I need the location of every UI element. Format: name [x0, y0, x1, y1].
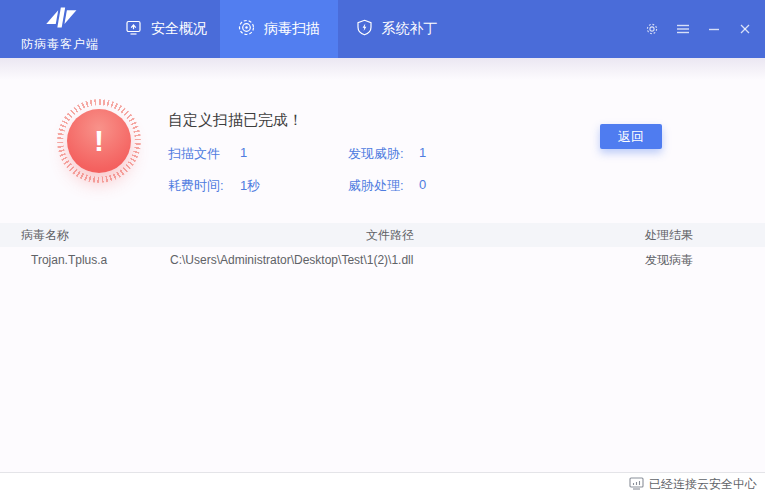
tab-label: 系统补丁: [382, 20, 438, 38]
column-header-result: 处理结果: [610, 227, 765, 244]
stat-label-threats-found: 发现威胁:: [348, 145, 419, 163]
nav-tabs: 安全概况 病毒扫描 系: [112, 0, 455, 58]
scan-results-table: 病毒名称 文件路径 处理结果 Trojan.Tplus.a C:\Users\A…: [0, 223, 765, 273]
gear-icon[interactable]: [644, 21, 660, 37]
table-row[interactable]: Trojan.Tplus.a C:\Users\Administrator\De…: [0, 247, 765, 273]
app-logo-icon: [42, 17, 78, 34]
stat-value-threats-found: 1: [419, 145, 426, 163]
back-button[interactable]: 返回: [600, 124, 662, 149]
tab-system-patch[interactable]: 系统补丁: [338, 0, 455, 58]
app-title: 防病毒客户端: [10, 36, 110, 53]
tab-label: 病毒扫描: [264, 20, 320, 38]
tab-security-overview[interactable]: 安全概况: [112, 0, 220, 58]
stat-label-scanned-files: 扫描文件: [168, 145, 240, 163]
scan-alert-icon: !: [57, 99, 141, 183]
tab-label: 安全概况: [151, 20, 207, 38]
cell-result: 发现病毒: [610, 252, 765, 269]
stat-label-threats-handled: 威胁处理:: [348, 177, 419, 195]
stat-value-time-spent: 1秒: [240, 177, 348, 195]
table-header-row: 病毒名称 文件路径 处理结果: [0, 223, 765, 247]
header-shadow-gradient: [0, 58, 765, 80]
cloud-connection-status: 已经连接云安全中心: [649, 476, 757, 493]
cell-file-path: C:\Users\Administrator\Desktop\Test\1(2)…: [170, 253, 610, 267]
monitor-icon: [125, 19, 142, 39]
antivirus-client-window: 防病毒客户端 安全概况: [0, 0, 765, 496]
scan-stats: 扫描文件 1 发现威胁: 1 耗费时间: 1秒 威胁处理: 0: [168, 145, 426, 195]
cell-virus-name: Trojan.Tplus.a: [0, 253, 170, 267]
scan-target-icon: [238, 19, 255, 39]
scan-result-title: 自定义扫描已完成！: [168, 111, 303, 130]
tab-virus-scan[interactable]: 病毒扫描: [220, 0, 338, 58]
close-icon[interactable]: [737, 21, 753, 37]
title-bar: 防病毒客户端 安全概况: [0, 0, 765, 58]
shield-bolt-icon: [356, 19, 373, 39]
stat-value-scanned-files: 1: [240, 145, 348, 163]
column-header-virus-name: 病毒名称: [0, 227, 170, 244]
connection-monitor-icon: [629, 477, 644, 493]
stat-label-time-spent: 耗费时间:: [168, 177, 240, 195]
app-brand: 防病毒客户端: [10, 5, 110, 53]
column-header-file-path: 文件路径: [170, 227, 610, 244]
window-controls: [644, 0, 753, 58]
stat-value-threats-handled: 0: [419, 177, 426, 195]
alert-exclamation-icon: !: [67, 109, 131, 173]
hamburger-menu-icon[interactable]: [675, 21, 691, 37]
status-bar: 已经连接云安全中心: [0, 472, 765, 496]
minimize-icon[interactable]: [706, 21, 722, 37]
